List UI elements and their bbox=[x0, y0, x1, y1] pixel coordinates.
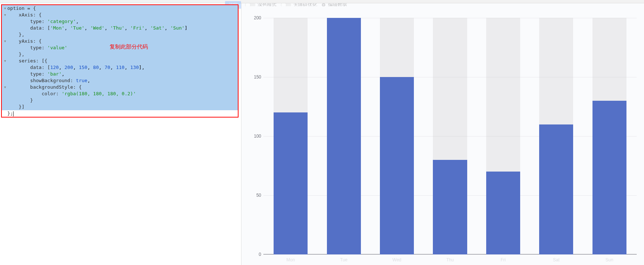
bar-slot: Thu bbox=[423, 18, 476, 254]
a11y-toggle[interactable]: 无障碍优化 bbox=[281, 3, 317, 6]
code-text: color: bbox=[7, 91, 62, 96]
toggle-label: 深色模式 bbox=[258, 3, 277, 6]
x-tick-label: Thu bbox=[423, 257, 476, 262]
code-text: , bbox=[62, 71, 65, 77]
code-text: option = { bbox=[7, 5, 36, 11]
code-text: ], bbox=[139, 65, 145, 70]
code-text: yAxis: { bbox=[7, 38, 42, 44]
annotation-label: 复制此部分代码 bbox=[110, 43, 148, 50]
code-string: 'Sat' bbox=[150, 25, 164, 31]
bar bbox=[486, 172, 520, 254]
code-text: ] bbox=[184, 25, 187, 31]
code-number: 70 bbox=[104, 65, 110, 70]
code-text: }, bbox=[7, 32, 24, 37]
code-string: 'category' bbox=[47, 19, 76, 24]
code-number: 150 bbox=[79, 65, 87, 70]
bar-slot: Tue bbox=[317, 18, 370, 254]
bars-container: MonTueWedThuFriSatSun bbox=[263, 18, 637, 254]
code-text: }] bbox=[7, 104, 24, 110]
code-number: 120 bbox=[50, 65, 58, 70]
code-text: data: [ bbox=[7, 65, 50, 70]
code-string: 'Fri' bbox=[130, 25, 145, 31]
x-tick-label: Sun bbox=[583, 257, 636, 262]
fold-icon[interactable]: ▾ bbox=[3, 58, 7, 64]
code-string: 'value' bbox=[47, 45, 68, 50]
code-string: 'Wed' bbox=[90, 25, 104, 31]
fold-icon[interactable]: ▾ bbox=[3, 38, 7, 45]
code-text: backgroundStyle: { bbox=[7, 84, 82, 90]
bar bbox=[433, 160, 467, 254]
x-tick-label: Mon bbox=[264, 257, 317, 262]
code-text: type: bbox=[7, 71, 47, 77]
code-editor[interactable]: 运行 ▾option = { ▾ xAxis: { type: 'categor… bbox=[0, 3, 241, 265]
code-text: data: [ bbox=[7, 25, 50, 31]
bar bbox=[274, 112, 308, 254]
dark-mode-toggle[interactable]: 深色模式 bbox=[245, 3, 277, 6]
code-text: }; bbox=[7, 111, 13, 116]
button-label: 编辑数据 bbox=[328, 3, 347, 6]
code-number: 80 bbox=[93, 65, 99, 70]
code-text: showBackground: bbox=[7, 78, 76, 83]
bar bbox=[592, 101, 626, 254]
x-tick-label: Wed bbox=[370, 257, 423, 262]
bar-slot: Sat bbox=[530, 18, 583, 254]
y-tick-label: 100 bbox=[249, 134, 261, 139]
bar bbox=[539, 124, 573, 254]
bar-slot: Mon bbox=[264, 18, 317, 254]
x-tick-label: Sat bbox=[530, 257, 583, 262]
code-text: type: bbox=[7, 45, 47, 50]
fold-icon[interactable]: ▾ bbox=[3, 12, 7, 18]
code-text: } bbox=[7, 97, 33, 103]
y-tick-label: 50 bbox=[249, 193, 261, 198]
y-tick-label: 150 bbox=[249, 74, 261, 80]
code-string: 'Thu' bbox=[110, 25, 125, 31]
code-number: 130 bbox=[130, 65, 139, 70]
code-text: , bbox=[87, 78, 90, 83]
code-text: }, bbox=[7, 51, 24, 57]
code-bool: true bbox=[76, 78, 87, 83]
bar-slot: Fri bbox=[477, 18, 530, 254]
bar bbox=[327, 18, 361, 254]
code-number: 200 bbox=[65, 65, 73, 70]
bar-chart: 050100150200MonTueWedThuFriSatSun bbox=[263, 18, 637, 254]
toggle-label: 无障碍优化 bbox=[293, 3, 317, 6]
code-string: 'rgba(180, 180, 180, 0.2)' bbox=[62, 91, 136, 96]
edit-data-button[interactable]: ⚙编辑数据 bbox=[321, 3, 347, 6]
code-string: 'bar' bbox=[47, 71, 62, 77]
y-tick-label: 200 bbox=[249, 15, 261, 20]
text-cursor bbox=[13, 111, 14, 116]
code-string: 'Sun' bbox=[170, 25, 184, 31]
code-text: series: [{ bbox=[7, 58, 47, 64]
gear-icon: ⚙ bbox=[321, 3, 326, 6]
x-tick-label: Tue bbox=[317, 257, 370, 262]
code-text: , bbox=[76, 19, 79, 24]
bar-slot: Sun bbox=[583, 18, 636, 254]
code-text: type: bbox=[7, 19, 47, 24]
x-tick-label: Fri bbox=[477, 257, 530, 262]
chart-preview: 深色模式 无障碍优化 ⚙编辑数据 050100150200MonTueWedTh… bbox=[241, 3, 644, 265]
bar bbox=[380, 77, 414, 254]
fold-icon[interactable]: ▾ bbox=[3, 5, 7, 12]
fold-icon[interactable]: ▾ bbox=[3, 84, 7, 91]
bar-slot: Wed bbox=[370, 18, 423, 254]
code-text: xAxis: { bbox=[7, 12, 42, 18]
y-tick-label: 0 bbox=[249, 252, 261, 257]
code-string: 'Mon' bbox=[50, 25, 64, 31]
gridline bbox=[263, 254, 637, 255]
code-number: 110 bbox=[116, 65, 124, 70]
code-string: 'Tue' bbox=[70, 25, 84, 31]
